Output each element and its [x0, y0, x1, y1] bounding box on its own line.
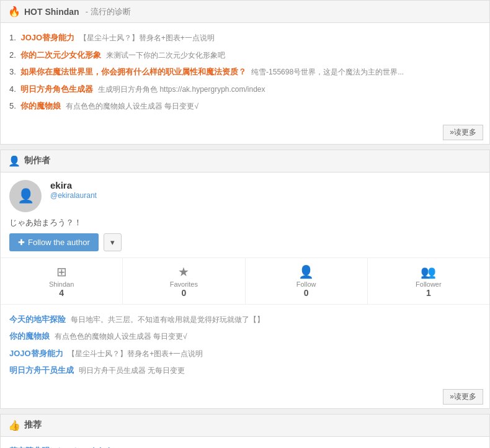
stat-shindan[interactable]: ⊞ Shindan 4: [1, 258, 123, 304]
shindan-desc: 每日地牢。共三层。不知道有啥用就是觉得好玩就做了【】: [71, 315, 264, 324]
author-info: ekira @ekiralaurant: [50, 180, 481, 200]
stats-row: ⊞ Shindan 4 ★ Favorites 0 👤 Follow 0 👥 F…: [1, 258, 489, 305]
recommend-link[interactable]: 花京院典明にレロレロされたー: [9, 446, 122, 449]
shindan-link[interactable]: 你的魔物娘: [9, 331, 50, 341]
item-desc: 纯雪-155698号世界，这是个魔法为主的世界...: [251, 68, 404, 76]
author-section-header: 👤 制作者: [1, 150, 489, 172]
author-shindan-list: 今天的地牢探险 每日地牢。共三层。不知道有啥用就是觉得好玩就做了【】 你的魔物娘…: [1, 305, 489, 385]
stat-follower[interactable]: 👥 Follower 1: [368, 258, 489, 304]
stat-favorites-label: Favorites: [127, 280, 241, 288]
follow-author-label: Follow the author: [28, 238, 90, 247]
author-section: 👤 制作者 👤 ekira @ekiralaurant じゃあ始まろう？！ ✚ …: [0, 150, 490, 409]
list-item: 5. 你的魔物娘 有点色色的魔物娘人设生成器 每日变更√: [9, 97, 481, 115]
follower-icon: 👥: [372, 264, 486, 279]
author-section-title: 制作者: [24, 155, 50, 166]
hot-shindan-subtitle: - 流行的诊断: [86, 6, 131, 17]
stat-favorites[interactable]: ★ Favorites 0: [123, 258, 245, 304]
hot-read-more-button[interactable]: »读更多: [443, 125, 483, 140]
item-desc: 来测试一下你的二次元少女化形象吧: [106, 51, 225, 60]
stat-follow-count: 0: [249, 288, 363, 298]
list-item: 今天的地牢探险 每日地牢。共三层。不知道有啥用就是觉得好玩就做了【】: [9, 311, 481, 328]
recommend-list: 花京院典明にレロレロされたー レロレロレロレロレロレロレロレロレロレロ: [1, 437, 489, 449]
item-desc: 有点色色的魔物娘人设生成器 每日变更√: [66, 102, 198, 110]
hot-shindan-section: 🔥 HOT Shindan - 流行的诊断 1. JOJO替身能力 【星尘斗士风…: [0, 0, 490, 145]
list-item: 4. 明日方舟角色生成器 生成明日方舟角色 https://ak.hypergr…: [9, 81, 481, 98]
item-num: 2.: [9, 50, 16, 60]
list-item: 3. 如果你在魔法世界里，你会拥有什么样的职业属性和魔法资质？ 纯雪-15569…: [9, 63, 481, 81]
stat-favorites-count: 0: [127, 288, 241, 298]
recommend-section: 👍 推荐 花京院典明にレロレロされたー レロレロレロレロレロレロレロレロレロレロ: [0, 414, 490, 449]
shindan-desc: 明日方舟干员生成器 无每日变更: [79, 366, 185, 375]
star-icon: ★: [127, 264, 241, 279]
list-item: 2. 你的二次元少女化形象 来测试一下你的二次元少女化形象吧: [9, 47, 481, 64]
item-link[interactable]: 如果你在魔法世界里，你会拥有什么样的职业属性和魔法资质？: [20, 67, 246, 76]
author-read-more-button[interactable]: »读更多: [443, 389, 483, 405]
list-item: 花京院典明にレロレロされたー レロレロレロレロレロレロレロレロレロレロ: [9, 443, 481, 449]
item-desc: 【星尘斗士风？】替身名+图表+一点说明: [79, 34, 215, 42]
list-item: 你的魔物娘 有点色色的魔物娘人设生成器 每日变更√: [9, 328, 481, 345]
follow-plus-icon: ✚: [18, 238, 25, 247]
recommend-section-header: 👍 推荐: [1, 414, 489, 437]
hot-read-more-row: »读更多: [1, 121, 489, 144]
item-num: 5.: [9, 101, 16, 110]
author-actions: ✚ Follow the author ▾: [1, 233, 489, 258]
stat-shindan-count: 4: [4, 288, 118, 298]
author-bio: じゃあ始まろう？！: [1, 212, 489, 233]
avatar: 👤: [9, 180, 42, 212]
author-read-more-row: »读更多: [1, 385, 489, 408]
list-item: 1. JOJO替身能力 【星尘斗士风？】替身名+图表+一点说明: [9, 29, 481, 47]
hot-shindan-header: 🔥 HOT Shindan - 流行的诊断: [1, 1, 489, 23]
stat-shindan-label: Shindan: [4, 280, 118, 288]
fire-icon: 🔥: [8, 6, 20, 17]
item-num: 3.: [9, 67, 16, 76]
follow-icon: 👤: [249, 264, 363, 279]
stat-follower-label: Follower: [372, 280, 486, 288]
person-icon: 👤: [8, 155, 20, 167]
author-handle[interactable]: @ekiralaurant: [50, 191, 97, 200]
thumbsup-icon: 👍: [8, 419, 20, 431]
shindan-desc: 【星尘斗士风？】替身名+图表+一点说明: [68, 349, 203, 358]
hot-shindan-body: 1. JOJO替身能力 【星尘斗士风？】替身名+图表+一点说明 2. 你的二次元…: [1, 23, 489, 121]
shindan-link[interactable]: 今天的地牢探险: [9, 315, 66, 324]
list-item: JOJO替身能力 【星尘斗士风？】替身名+图表+一点说明: [9, 345, 481, 362]
follow-author-button[interactable]: ✚ Follow the author: [9, 233, 99, 251]
item-num: 1.: [9, 33, 16, 42]
stat-follow-label: Follow: [249, 280, 363, 288]
item-num: 4.: [9, 84, 16, 94]
item-link[interactable]: JOJO替身能力: [20, 33, 74, 42]
item-desc: 生成明日方舟角色 https://ak.hypergryph.com/index: [98, 85, 265, 94]
stat-follower-count: 1: [372, 288, 486, 298]
grid-icon: ⊞: [4, 264, 118, 279]
avatar-icon: 👤: [17, 188, 34, 204]
hot-shindan-title: HOT Shindan: [24, 7, 79, 17]
shindan-link[interactable]: JOJO替身能力: [9, 349, 63, 358]
author-name: ekira: [50, 180, 481, 190]
recommend-section-title: 推荐: [24, 419, 42, 431]
item-link[interactable]: 你的二次元少女化形象: [20, 50, 101, 60]
item-link[interactable]: 你的魔物娘: [20, 101, 61, 110]
hot-list: 1. JOJO替身能力 【星尘斗士风？】替身名+图表+一点说明 2. 你的二次元…: [9, 29, 481, 115]
shindan-link[interactable]: 明日方舟干员生成: [9, 365, 74, 375]
author-profile: 👤 ekira @ekiralaurant: [1, 172, 489, 212]
stat-follow[interactable]: 👤 Follow 0: [246, 258, 368, 304]
list-item: 明日方舟干员生成 明日方舟干员生成器 无每日变更: [9, 362, 481, 379]
item-link[interactable]: 明日方舟角色生成器: [20, 84, 93, 94]
shindan-desc: 有点色色的魔物娘人设生成器 每日变更√: [55, 332, 187, 341]
follow-dropdown-button[interactable]: ▾: [104, 233, 122, 251]
